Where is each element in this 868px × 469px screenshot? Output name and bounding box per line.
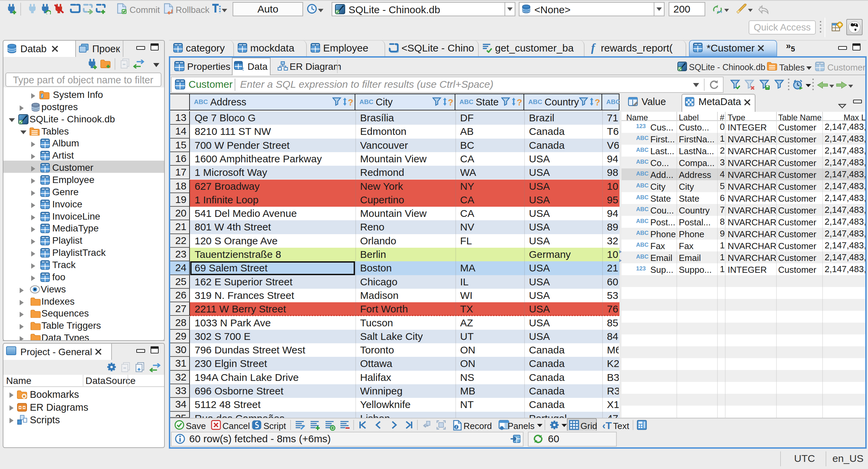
svg-text:i: i	[42, 93, 43, 98]
svg-text:<>: <>	[241, 66, 244, 71]
